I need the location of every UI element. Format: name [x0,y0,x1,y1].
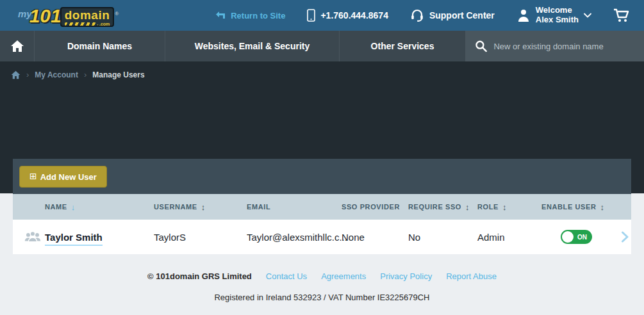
welcome-label: Welcome [536,5,572,15]
nav-item-other-services[interactable]: Other Services [340,31,466,61]
user-require-sso: No [408,232,477,243]
return-arrow-icon [215,11,226,20]
breadcrumb-separator: › [26,70,29,79]
logo-domain-box: domain .com [60,7,115,27]
toggle-knob [562,231,574,243]
sort-toggle-icon[interactable]: ↕ [600,202,604,212]
logo-my-text: my [18,8,32,19]
column-header-require-sso[interactable]: REQUIRE SSO ↕ [408,202,477,212]
toggle-on-label: ON [577,234,587,241]
top-bar: my 101 domain .com ® Return to Site +1.7… [0,0,644,31]
breadcrumb-my-account[interactable]: My Account [35,70,78,79]
registered-mark: ® [115,11,119,17]
plus-square-icon: ⊞ [29,171,37,181]
breadcrumb: › My Account › Manage Users [0,61,644,79]
cart-button[interactable] [613,8,630,22]
column-header-enable-user[interactable]: ENABLE USER ↕ [541,202,618,212]
row-users-icon [23,230,42,243]
support-center-link[interactable]: Support Center [410,9,495,22]
chevron-right-icon[interactable] [621,231,629,243]
user-name-link[interactable]: Taylor Smith [45,232,103,246]
breadcrumb-manage-users[interactable]: Manage Users [92,70,144,79]
chevron-down-icon [584,13,591,18]
domain-search-box[interactable] [466,31,644,61]
return-to-site-link[interactable]: Return to Site [215,11,285,20]
copyright-text: © 101domain GRS Limited [147,271,252,281]
main-nav: Domain Names Websites, Email & Security … [0,31,644,61]
sort-toggle-icon[interactable]: ↕ [502,202,507,212]
footer-link-privacy-policy[interactable]: Privacy Policy [380,271,432,281]
user-icon [516,8,531,22]
users-table-header: NAME ↓ USERNAME ↕ EMAIL SSO PROVIDER REQ… [13,194,631,220]
column-header-username[interactable]: USERNAME ↕ [154,202,247,212]
user-email: Taylor@alexsmithllc.c... [247,232,342,243]
logo-tld-text: .com [99,22,110,26]
add-new-user-button[interactable]: ⊞ Add New User [19,166,107,188]
footer-link-report-abuse[interactable]: Report Abuse [446,271,497,281]
nav-home-button[interactable] [0,31,35,61]
logo-101-text: 101 [29,5,62,27]
cart-icon [613,8,630,22]
nav-item-domain-names[interactable]: Domain Names [35,31,165,61]
topbar-actions: Return to Site +1.760.444.8674 Support C… [215,6,630,25]
logo-stripes [65,22,98,26]
headset-icon [410,9,424,22]
phone-number[interactable]: +1.760.444.8674 [307,9,388,22]
sort-descending-icon[interactable]: ↓ [71,202,76,212]
search-icon [475,39,487,53]
breadcrumb-home-icon[interactable] [11,70,21,79]
user-row-taylor-smith[interactable]: Taylor Smith TaylorS Taylor@alexsmithllc… [13,220,631,254]
site-logo[interactable]: my 101 domain .com ® [18,5,119,27]
user-username: TaylorS [154,232,247,243]
column-header-role[interactable]: ROLE ↕ [477,202,541,212]
sort-toggle-icon[interactable]: ↕ [201,202,206,212]
column-header-name[interactable]: NAME ↓ [13,202,154,212]
enable-user-toggle[interactable]: ON [561,230,592,244]
breadcrumb-separator: › [84,70,87,79]
home-icon [10,40,24,52]
user-sso-provider: None [342,232,408,243]
manage-users-card: ⊞ Add New User NAME ↓ USERNAME ↕ EMAIL S… [13,159,631,254]
footer-link-contact-us[interactable]: Contact Us [266,271,307,281]
mobile-phone-icon [307,9,315,22]
footer-link-agreements[interactable]: Agreements [321,271,366,281]
users-toolbar: ⊞ Add New User [13,159,631,194]
company-registration-text: Registered in Ireland 532923 / VAT Numbe… [0,293,644,302]
nav-item-websites-email-security[interactable]: Websites, Email & Security [165,31,340,61]
account-username: Alex Smith [536,15,579,24]
sort-toggle-icon[interactable]: ↕ [465,202,470,212]
user-role: Admin [477,232,541,243]
account-menu[interactable]: Welcome Alex Smith [516,6,591,25]
column-header-sso-provider[interactable]: SSO PROVIDER [342,203,408,211]
column-header-email[interactable]: EMAIL [247,203,342,211]
domain-search-input[interactable] [493,42,635,51]
